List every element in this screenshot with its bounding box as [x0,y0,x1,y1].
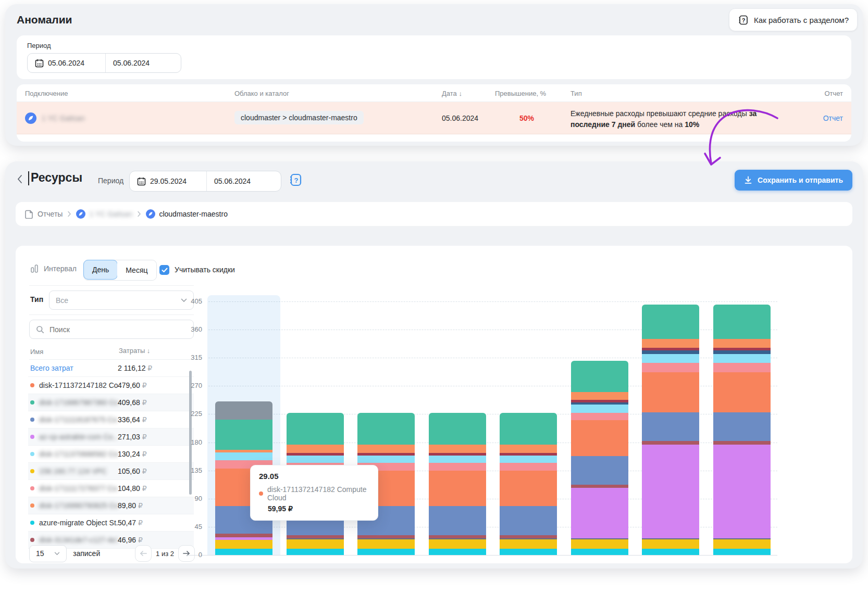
search-input[interactable] [49,325,175,334]
bar-segment [642,372,699,412]
prev-page-button[interactable] [135,545,152,562]
bar-segment [287,538,344,539]
resources-date-from[interactable]: 29.05.2024 [130,171,206,191]
help-book-icon-blue[interactable]: ? [289,173,303,187]
bar-segment [500,549,557,555]
bar-segment [215,450,272,452]
series-color-dot [30,418,34,422]
resource-name: disk-1716867987360 Co... [39,398,118,407]
search-box[interactable] [29,320,194,339]
stacked-bar-02.06[interactable] [500,301,557,555]
col-cost-sort[interactable]: Затраты ↓ [119,347,150,355]
page-size-select[interactable]: 15 [29,545,67,562]
list-item[interactable]: disk-1716990790825 Co...89,80 ₽ [28,497,194,514]
total-label[interactable]: Всего затрат [30,364,118,372]
resources-date-range[interactable]: 29.05.2024 05.06.2024 [129,171,281,192]
list-item[interactable]: disk-1716867987360 Co...409,68 ₽ [28,394,194,411]
report-link[interactable]: Отчет [823,114,843,122]
anomaly-row[interactable]: 1 YC Gaitsan cloudmaster > cloudmaster-m… [17,102,851,134]
discounts-checkbox[interactable] [159,265,169,275]
breadcrumb-item[interactable]: 1 YC Gaitsan [76,209,132,219]
interval-day-button[interactable]: День [83,260,118,280]
resources-title[interactable]: Ресурсы [31,171,82,185]
bar-segment [571,485,628,488]
bar-segment [357,549,415,555]
bar-segment [500,413,557,445]
total-row[interactable]: Всего затрат 2 116,12 ₽ [28,360,194,377]
resource-name: disk-1711117278377 Co... [39,484,118,493]
resources-period-label: Период [98,176,123,185]
bar-segment [571,405,628,413]
bar-segment [713,538,771,539]
resources-date-to[interactable]: 05.06.2024 [206,171,281,191]
list-item[interactable]: disk-1711117278377 Co...104,80 ₽ [28,480,194,497]
stacked-bar-04.06[interactable] [642,301,699,555]
resource-name: az-cp-astrakte-com Co... [39,433,118,441]
stacked-bar-05.06[interactable] [713,301,771,555]
sort-down-icon: ↓ [147,347,151,355]
bar-segment [357,456,415,463]
stacked-bar-03.06[interactable] [571,301,628,555]
bar-segment [642,348,699,350]
tooltip-series-dot [259,491,263,496]
list-item[interactable]: disk-1711118187675 Co...336,64 ₽ [28,411,194,428]
date-to-field[interactable]: 05.06.2024 [105,54,181,72]
bar-segment [429,535,486,538]
series-color-dot [30,521,34,525]
list-item[interactable]: 158.160.77.124 VPC105,60 ₽ [28,463,194,480]
cloud-connection-icon [25,112,36,124]
total-value: 2 116,12 ₽ [118,364,152,372]
help-section-button[interactable]: ? Как работать с разделом? [729,8,858,31]
breadcrumb-label: 1 YC Gaitsan [89,210,132,218]
list-item[interactable]: azure-migrate Object St...50,47 ₽ [28,514,194,532]
bar-segment [713,363,771,372]
text-cursor [28,171,29,185]
bar-segment [215,549,272,555]
series-color-dot [30,486,34,490]
bar-segment [571,402,628,405]
bar-segment [571,538,628,539]
bar-segment [642,538,699,539]
bar-segment [642,305,699,339]
resource-cost: 336,64 ₽ [118,415,147,424]
anomalies-date-range[interactable]: 05.06.2024 05.06.2024 [27,53,181,73]
resource-name: disk-1711372147182 Co... [39,381,118,389]
date-to-value: 05.06.2024 [113,59,150,67]
breadcrumb-label: Отчеты [38,210,63,218]
bar-segment [500,445,557,453]
resources-sidebar: Тип Все Имя Затраты ↓ Всего затрат 2 116… [16,285,198,563]
list-item[interactable]: disk-1711372147182 Co...479,60 ₽ [28,377,194,394]
stacked-bar-01.06[interactable] [429,301,486,555]
bar-segment [215,534,272,537]
cloud-connection-icon [146,209,155,219]
bar-segment [713,539,771,549]
bar-segment [357,453,415,456]
records-label: записей [73,549,100,558]
breadcrumb-item[interactable]: cloudmaster-maestro [146,209,228,219]
type-select[interactable]: Все [49,291,194,310]
resource-cost: 50,47 ₽ [118,519,143,527]
connection-name: 1 YC Gaitsan [42,114,85,122]
bar-segment [713,348,771,350]
anomaly-date: 05.06.2024 [442,114,478,122]
bar-segment [287,445,344,453]
bar-segment [571,456,628,485]
resource-cost: 130,24 ₽ [118,450,147,458]
back-chevron-icon[interactable] [17,174,23,184]
interval-month-button[interactable]: Месяц [117,260,156,280]
download-icon [744,176,752,184]
list-item[interactable]: disk-1711370688582 Co...130,24 ₽ [28,446,194,463]
breadcrumb-item[interactable]: Отчеты [25,209,63,219]
bar-segment [429,506,486,535]
list-item[interactable]: az-cp-astrakte-com Co...271,03 ₽ [28,428,194,446]
bar-segment [215,537,272,540]
bar-segment [429,538,486,539]
breadcrumb-label: cloudmaster-maestro [159,210,228,218]
type-select-value: Все [56,296,68,305]
date-from-field[interactable]: 05.06.2024 [28,54,105,72]
bar-segment [429,549,486,555]
bar-segment [429,471,486,507]
col-date-sort[interactable]: Дата ↓ [442,90,462,97]
list-header: Имя Затраты ↓ [30,347,194,359]
save-and-send-button[interactable]: Сохранить и отправить [735,170,852,191]
